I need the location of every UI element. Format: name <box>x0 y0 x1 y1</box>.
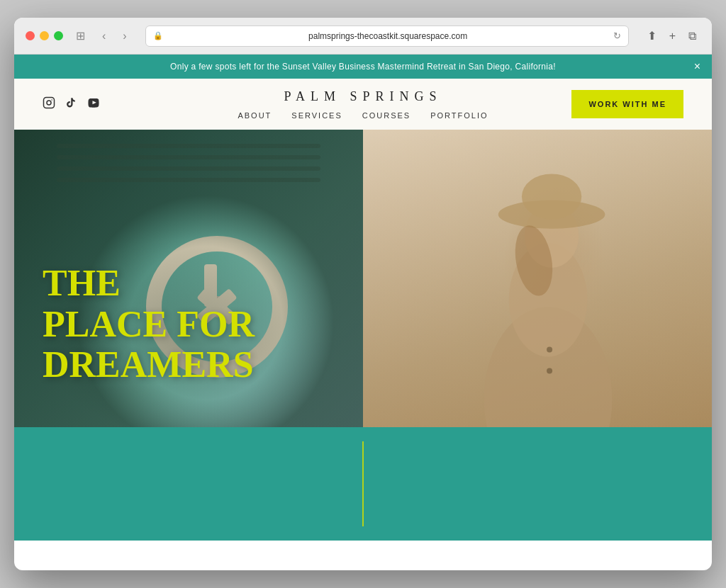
svg-point-7 <box>522 174 581 219</box>
teal-left <box>14 427 362 541</box>
hero-line-1: THE <box>43 263 255 303</box>
hero-text: THE PLACE FOR DREAMERS <box>43 263 255 385</box>
svg-rect-0 <box>44 98 55 108</box>
refresh-icon[interactable]: ↻ <box>613 30 621 41</box>
back-button[interactable]: ‹ <box>98 27 110 45</box>
nav-about[interactable]: ABOUT <box>238 111 272 120</box>
site-header: PALM SPRINGS ABOUT SERVICES COURSES PORT… <box>14 79 712 130</box>
nav-portfolio[interactable]: PORTFOLIO <box>430 111 488 120</box>
announcement-text: Only a few spots left for the Sunset Val… <box>170 62 556 72</box>
copy-button[interactable]: ⧉ <box>684 27 700 45</box>
hero-right-background <box>363 130 712 427</box>
browser-chrome: ⊞ ‹ › 🔒 palmsprings-thecoastkit.squaresp… <box>14 18 712 55</box>
work-with-me-button[interactable]: WORK WITH ME <box>571 90 683 118</box>
svg-point-9 <box>547 346 552 352</box>
address-bar[interactable]: 🔒 palmsprings-thecoastkit.squarespace.co… <box>145 26 629 47</box>
sidebar-toggle-button[interactable]: ⊞ <box>72 26 89 45</box>
woman-illustration <box>363 130 712 427</box>
teal-section <box>14 427 712 541</box>
url-text: palmsprings-thecoastkit.squarespace.com <box>167 31 609 41</box>
new-tab-button[interactable]: + <box>665 27 680 45</box>
maximize-traffic-light[interactable] <box>54 31 63 40</box>
teal-divider <box>362 441 364 526</box>
nav-courses[interactable]: COURSES <box>362 111 411 120</box>
website-content: Only a few spots left for the Sunset Val… <box>14 55 712 541</box>
site-branding: PALM SPRINGS ABOUT SERVICES COURSES PORT… <box>238 89 488 120</box>
tiktok-link[interactable] <box>65 96 77 112</box>
traffic-lights <box>26 31 63 40</box>
site-nav: ABOUT SERVICES COURSES PORTFOLIO <box>238 111 488 120</box>
hero-headline: THE PLACE FOR DREAMERS <box>43 263 255 385</box>
svg-point-1 <box>47 101 51 105</box>
browser-actions: ⬆ + ⧉ <box>643 26 700 45</box>
share-button[interactable]: ⬆ <box>643 26 661 45</box>
site-title: PALM SPRINGS <box>284 89 442 104</box>
youtube-link[interactable] <box>86 97 101 111</box>
svg-point-10 <box>547 368 552 374</box>
close-traffic-light[interactable] <box>26 31 35 40</box>
nav-services[interactable]: SERVICES <box>291 111 342 120</box>
instagram-link[interactable] <box>43 96 55 112</box>
announcement-close-button[interactable]: × <box>694 61 700 72</box>
lock-icon: 🔒 <box>153 31 163 40</box>
hero-left-panel: THE PLACE FOR DREAMERS <box>14 130 363 427</box>
announcement-banner: Only a few spots left for the Sunset Val… <box>14 55 712 79</box>
browser-window: ⊞ ‹ › 🔒 palmsprings-thecoastkit.squaresp… <box>14 18 712 570</box>
social-icons <box>43 96 101 112</box>
hero-section: THE PLACE FOR DREAMERS <box>14 130 712 427</box>
hero-line-3: DREAMERS <box>43 344 255 385</box>
hero-right-panel <box>363 130 712 427</box>
minimize-traffic-light[interactable] <box>40 31 49 40</box>
teal-right <box>364 427 712 541</box>
forward-button[interactable]: › <box>118 27 130 45</box>
header-cta: WORK WITH ME <box>571 90 683 118</box>
hero-line-2: PLACE FOR <box>43 304 255 344</box>
svg-point-2 <box>51 99 52 101</box>
